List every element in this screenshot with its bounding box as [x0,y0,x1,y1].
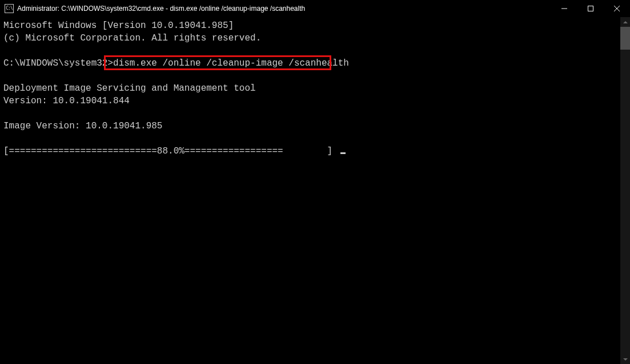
scroll-up-button[interactable] [620,17,630,27]
cmd-icon: C:\ [5,4,14,13]
window-titlebar[interactable]: C:\ Administrator: C:\WINDOWS\system32\c… [0,0,630,17]
cmd-window: C:\ Administrator: C:\WINDOWS\system32\c… [0,0,630,364]
svg-rect-0 [588,6,593,11]
line-copyright: (c) Microsoft Corporation. All rights re… [3,33,261,43]
image-version: Image Version: 10.0.19041.985 [3,121,162,131]
vertical-scrollbar[interactable] [620,17,630,364]
terminal-cursor [340,152,346,154]
maximize-button[interactable] [577,0,604,17]
dism-tool-name: Deployment Image Servicing and Managemen… [3,83,256,94]
close-icon [614,6,620,11]
maximize-icon [588,6,593,11]
progress-bar-text: [===========================88.0%=======… [3,146,338,156]
chevron-up-icon [623,21,628,23]
close-button[interactable] [604,0,630,17]
minimize-icon [561,6,567,11]
dism-version: Version: 10.0.19041.844 [3,96,130,106]
line-version: Microsoft Windows [Version 10.0.19041.98… [3,21,234,31]
scroll-down-button[interactable] [620,354,630,364]
minimize-button[interactable] [551,0,577,17]
scroll-thumb[interactable] [620,27,630,50]
terminal-output[interactable]: Microsoft Windows [Version 10.0.19041.98… [0,17,630,364]
window-title: Administrator: C:\WINDOWS\system32\cmd.e… [17,5,551,13]
prompt-prefix: C:\WINDOWS\system32> [3,58,113,68]
window-controls [551,0,630,17]
entered-command: dism.exe /online /cleanup-image /scanhea… [113,58,349,68]
chevron-down-icon [623,358,628,361]
